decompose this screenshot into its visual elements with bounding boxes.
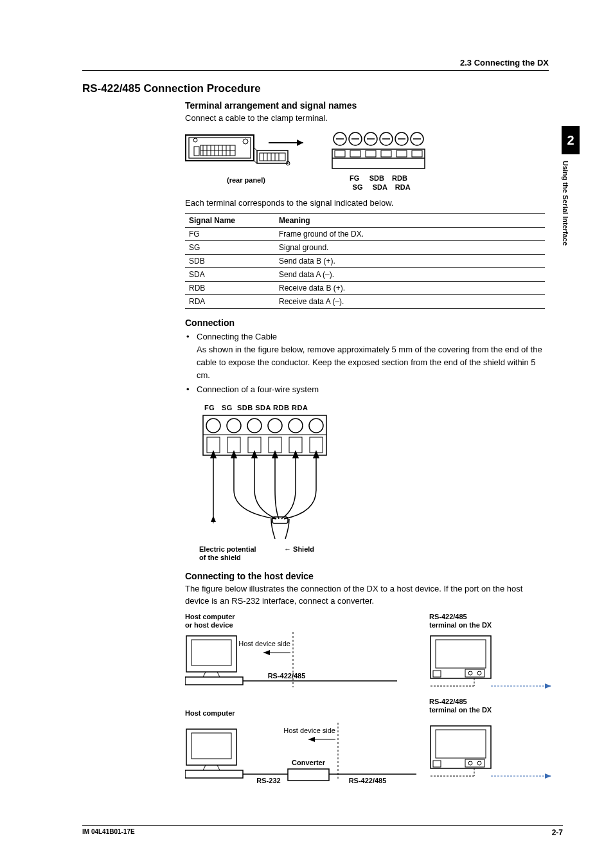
svg-point-53 xyxy=(289,419,303,433)
svg-text:RS-232: RS-232 xyxy=(256,777,280,784)
svg-text:RS-422/485: RS-422/485 xyxy=(349,777,387,784)
svg-rect-43 xyxy=(366,150,376,157)
svg-rect-76 xyxy=(186,636,236,672)
svg-point-91 xyxy=(468,671,472,675)
terminal-block-figure: FG SDB RDB SG SDA RDA xyxy=(330,131,427,192)
svg-rect-99 xyxy=(185,770,243,778)
rear-panel-label: (rear panel) xyxy=(185,176,307,184)
host-figure-converter: Host computer Host device side xyxy=(185,709,549,784)
svg-point-116 xyxy=(468,761,472,765)
svg-rect-112 xyxy=(431,726,491,768)
svg-point-51 xyxy=(247,419,262,433)
host2-left-title: Host computer xyxy=(185,709,235,718)
svg-point-49 xyxy=(206,419,220,433)
svg-text:RS-422/485: RS-422/485 xyxy=(268,672,306,680)
host-right-title: RS-422/485 terminal on the DX xyxy=(429,613,558,629)
breadcrumb: 2.3 Connecting the DX xyxy=(82,58,549,68)
svg-rect-77 xyxy=(191,640,231,665)
svg-point-52 xyxy=(268,419,282,433)
svg-marker-75 xyxy=(211,516,216,522)
svg-rect-0 xyxy=(186,135,254,161)
chapter-number: 2 xyxy=(562,126,580,154)
svg-marker-105 xyxy=(308,737,315,742)
svg-text:Converter: Converter xyxy=(292,759,326,766)
four-wire-figure: FG SG SDB SDA RDB RDA xyxy=(199,404,549,561)
svg-text:Host device side: Host device side xyxy=(283,727,335,734)
svg-rect-1 xyxy=(189,138,251,158)
shield-label: ← Shield xyxy=(284,545,314,561)
bullet-fourwire: Connection of a four-wire system xyxy=(185,383,549,396)
svg-point-50 xyxy=(227,419,241,433)
svg-rect-42 xyxy=(350,150,360,157)
svg-rect-47 xyxy=(203,415,326,455)
svg-marker-84 xyxy=(263,650,270,655)
table-row: FGFrame ground of the DX. xyxy=(185,227,545,240)
doc-id: IM 04L41B01-17E xyxy=(82,828,135,837)
svg-rect-27 xyxy=(332,149,425,168)
cable-pin-labels: FG SG SDB SDA RDB RDA xyxy=(204,404,549,411)
svg-text:Host device side: Host device side xyxy=(238,640,290,647)
table-row: SDASend data A (–). xyxy=(185,267,545,281)
svg-rect-78 xyxy=(185,677,243,685)
svg-rect-114 xyxy=(433,761,441,767)
svg-rect-41 xyxy=(335,150,345,157)
svg-rect-97 xyxy=(186,729,236,765)
bullet-cable: Connecting the Cable As shown in the fig… xyxy=(185,330,549,383)
table-row: RDBReceive data B (+). xyxy=(185,281,545,294)
host-title: Connecting to the host device xyxy=(185,571,549,581)
host-left-title: Host computer or host device xyxy=(185,613,397,629)
table-intro: Each terminal corresponds to the signal … xyxy=(185,197,549,210)
svg-rect-14 xyxy=(194,147,199,156)
svg-line-79 xyxy=(203,672,206,677)
terminal-title: Terminal arrangement and signal names xyxy=(185,100,549,111)
svg-rect-89 xyxy=(433,671,441,677)
svg-point-3 xyxy=(243,139,248,144)
svg-line-100 xyxy=(203,765,206,770)
host-figure-direct: Host computer or host device Host device… xyxy=(185,613,549,690)
section-title: RS-422/485 Connection Procedure xyxy=(82,82,549,95)
table-row: SDBSend data B (+). xyxy=(185,254,545,267)
table-row: RDAReceive data A (–). xyxy=(185,294,545,308)
rear-panel-figure: (rear panel) xyxy=(185,131,307,184)
svg-rect-113 xyxy=(436,730,486,758)
svg-marker-121 xyxy=(545,773,551,779)
th-meaning: Meaning xyxy=(275,213,545,227)
svg-rect-45 xyxy=(396,150,407,157)
svg-point-117 xyxy=(477,761,481,765)
host-intro: The figure below illustrates the connect… xyxy=(185,583,549,608)
svg-rect-44 xyxy=(381,150,391,157)
signal-table: Signal Name Meaning FGFrame ground of th… xyxy=(185,213,545,309)
host2-right-title: RS-422/485 terminal on the DX xyxy=(429,698,558,714)
terminal-instr: Connect a cable to the clamp terminal. xyxy=(185,112,549,125)
th-signal: Signal Name xyxy=(185,213,275,227)
terminal-pin-labels: FG SDB RDB SG SDA RDA xyxy=(330,174,427,192)
svg-point-92 xyxy=(477,671,481,675)
svg-rect-15 xyxy=(257,150,288,163)
page-number: 2-7 xyxy=(552,828,563,837)
svg-line-80 xyxy=(217,672,220,677)
svg-rect-108 xyxy=(288,769,329,781)
svg-marker-96 xyxy=(545,683,551,689)
svg-point-2 xyxy=(193,138,197,142)
chapter-title: Using the Serial Interface xyxy=(562,161,569,276)
table-row: SGSignal ground. xyxy=(185,240,545,254)
svg-rect-88 xyxy=(436,640,486,668)
connection-title: Connection xyxy=(185,318,549,328)
svg-marker-26 xyxy=(297,140,303,146)
svg-rect-87 xyxy=(431,636,491,678)
svg-point-54 xyxy=(309,419,323,433)
svg-rect-46 xyxy=(412,150,422,157)
svg-rect-98 xyxy=(191,733,231,759)
svg-line-101 xyxy=(217,765,220,770)
chapter-tab: 2 Using the Serial Interface xyxy=(562,126,580,280)
potential-label: Electric potential of the shield xyxy=(199,545,270,561)
